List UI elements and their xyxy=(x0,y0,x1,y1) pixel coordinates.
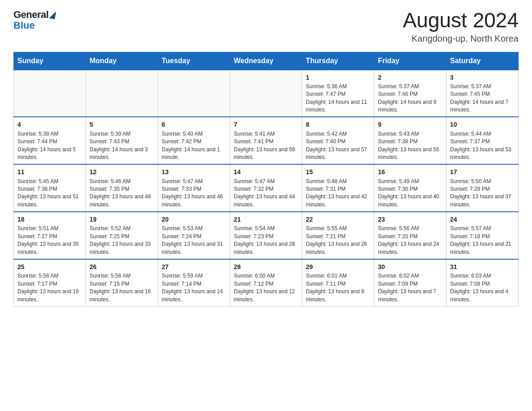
calendar-cell: 5Sunrise: 5:39 AM Sunset: 7:43 PM Daylig… xyxy=(86,117,158,164)
day-info: Sunrise: 5:58 AM Sunset: 7:17 PM Dayligh… xyxy=(17,272,82,304)
weekday-header-saturday: Saturday xyxy=(446,52,519,70)
weekday-header-row: SundayMondayTuesdayWednesdayThursdayFrid… xyxy=(14,52,519,70)
week-row-3: 11Sunrise: 5:45 AM Sunset: 7:36 PM Dayli… xyxy=(14,164,519,212)
calendar-cell: 24Sunrise: 5:57 AM Sunset: 7:18 PM Dayli… xyxy=(446,212,519,259)
day-number: 7 xyxy=(234,120,298,129)
day-number: 18 xyxy=(17,215,82,224)
day-number: 27 xyxy=(162,262,226,271)
day-number: 14 xyxy=(234,167,298,176)
calendar-cell: 30Sunrise: 6:02 AM Sunset: 7:09 PM Dayli… xyxy=(374,259,446,306)
day-number: 23 xyxy=(378,215,442,224)
calendar-cell: 15Sunrise: 5:48 AM Sunset: 7:31 PM Dayli… xyxy=(302,164,374,212)
day-info: Sunrise: 5:42 AM Sunset: 7:40 PM Dayligh… xyxy=(306,130,370,162)
location-subtitle: Kangdong-up, North Korea xyxy=(403,34,519,44)
day-info: Sunrise: 5:37 AM Sunset: 7:45 PM Dayligh… xyxy=(450,83,515,114)
title-block: August 2024 Kangdong-up, North Korea xyxy=(403,9,519,44)
day-number: 16 xyxy=(378,167,442,176)
week-row-4: 18Sunrise: 5:51 AM Sunset: 7:27 PM Dayli… xyxy=(14,212,519,259)
weekday-header-tuesday: Tuesday xyxy=(158,52,230,70)
day-info: Sunrise: 5:45 AM Sunset: 7:36 PM Dayligh… xyxy=(17,178,82,209)
calendar-table: SundayMondayTuesdayWednesdayThursdayFrid… xyxy=(13,52,519,307)
calendar-cell: 1Sunrise: 5:36 AM Sunset: 7:47 PM Daylig… xyxy=(302,70,374,117)
day-number: 8 xyxy=(306,120,370,129)
day-number: 26 xyxy=(90,262,154,271)
day-info: Sunrise: 5:55 AM Sunset: 7:21 PM Dayligh… xyxy=(306,225,370,256)
calendar-cell: 26Sunrise: 5:58 AM Sunset: 7:15 PM Dayli… xyxy=(86,259,158,306)
day-number: 20 xyxy=(162,215,226,224)
calendar-cell: 3Sunrise: 5:37 AM Sunset: 7:45 PM Daylig… xyxy=(446,70,519,117)
day-number: 21 xyxy=(234,215,298,224)
day-number: 29 xyxy=(306,262,370,271)
calendar-cell xyxy=(230,70,302,117)
day-info: Sunrise: 6:01 AM Sunset: 7:11 PM Dayligh… xyxy=(306,272,370,304)
day-info: Sunrise: 5:43 AM Sunset: 7:38 PM Dayligh… xyxy=(378,130,442,162)
day-number: 1 xyxy=(306,73,370,82)
calendar-cell: 12Sunrise: 5:46 AM Sunset: 7:35 PM Dayli… xyxy=(86,164,158,212)
day-info: Sunrise: 5:44 AM Sunset: 7:37 PM Dayligh… xyxy=(450,130,515,162)
day-number: 5 xyxy=(90,120,154,129)
day-number: 31 xyxy=(450,262,515,271)
day-info: Sunrise: 5:57 AM Sunset: 7:18 PM Dayligh… xyxy=(450,225,515,256)
day-info: Sunrise: 5:56 AM Sunset: 7:20 PM Dayligh… xyxy=(378,225,442,256)
day-info: Sunrise: 5:40 AM Sunset: 7:42 PM Dayligh… xyxy=(162,130,226,162)
calendar-cell: 18Sunrise: 5:51 AM Sunset: 7:27 PM Dayli… xyxy=(14,212,86,259)
day-number: 30 xyxy=(378,262,442,271)
calendar-cell: 27Sunrise: 5:59 AM Sunset: 7:14 PM Dayli… xyxy=(158,259,230,306)
day-info: Sunrise: 6:00 AM Sunset: 7:12 PM Dayligh… xyxy=(234,272,298,304)
day-number: 4 xyxy=(17,120,82,129)
day-number: 6 xyxy=(162,120,226,129)
calendar-cell: 8Sunrise: 5:42 AM Sunset: 7:40 PM Daylig… xyxy=(302,117,374,164)
day-info: Sunrise: 5:52 AM Sunset: 7:25 PM Dayligh… xyxy=(90,225,154,256)
day-info: Sunrise: 5:51 AM Sunset: 7:27 PM Dayligh… xyxy=(17,225,82,256)
day-number: 13 xyxy=(162,167,226,176)
calendar-cell: 9Sunrise: 5:43 AM Sunset: 7:38 PM Daylig… xyxy=(374,117,446,164)
day-info: Sunrise: 5:39 AM Sunset: 7:43 PM Dayligh… xyxy=(90,130,154,162)
logo: General Blue xyxy=(13,9,56,31)
calendar-cell xyxy=(14,70,86,117)
day-info: Sunrise: 5:47 AM Sunset: 7:33 PM Dayligh… xyxy=(162,178,226,209)
calendar-cell: 2Sunrise: 5:37 AM Sunset: 7:46 PM Daylig… xyxy=(374,70,446,117)
day-number: 19 xyxy=(90,215,154,224)
calendar-cell: 7Sunrise: 5:41 AM Sunset: 7:41 PM Daylig… xyxy=(230,117,302,164)
day-info: Sunrise: 5:58 AM Sunset: 7:15 PM Dayligh… xyxy=(90,272,154,304)
day-number: 3 xyxy=(450,73,515,82)
weekday-header-monday: Monday xyxy=(86,52,158,70)
day-info: Sunrise: 5:48 AM Sunset: 7:31 PM Dayligh… xyxy=(306,178,370,209)
day-info: Sunrise: 5:37 AM Sunset: 7:46 PM Dayligh… xyxy=(378,83,442,114)
month-year-title: August 2024 xyxy=(403,9,519,32)
day-info: Sunrise: 5:36 AM Sunset: 7:47 PM Dayligh… xyxy=(306,83,370,114)
day-number: 24 xyxy=(450,215,515,224)
weekday-header-wednesday: Wednesday xyxy=(230,52,302,70)
logo-general-text: General xyxy=(13,9,48,21)
calendar-cell xyxy=(158,70,230,117)
day-info: Sunrise: 5:49 AM Sunset: 7:30 PM Dayligh… xyxy=(378,178,442,209)
calendar-cell: 28Sunrise: 6:00 AM Sunset: 7:12 PM Dayli… xyxy=(230,259,302,306)
calendar-cell: 21Sunrise: 5:54 AM Sunset: 7:23 PM Dayli… xyxy=(230,212,302,259)
day-info: Sunrise: 5:54 AM Sunset: 7:23 PM Dayligh… xyxy=(234,225,298,256)
day-number: 2 xyxy=(378,73,442,82)
calendar-cell: 17Sunrise: 5:50 AM Sunset: 7:28 PM Dayli… xyxy=(446,164,519,212)
logo-triangle-icon xyxy=(49,10,56,19)
calendar-cell xyxy=(86,70,158,117)
day-info: Sunrise: 5:53 AM Sunset: 7:24 PM Dayligh… xyxy=(162,225,226,256)
calendar-cell: 14Sunrise: 5:47 AM Sunset: 7:32 PM Dayli… xyxy=(230,164,302,212)
day-number: 11 xyxy=(17,167,82,176)
calendar-cell: 20Sunrise: 5:53 AM Sunset: 7:24 PM Dayli… xyxy=(158,212,230,259)
day-info: Sunrise: 5:50 AM Sunset: 7:28 PM Dayligh… xyxy=(450,178,515,209)
day-number: 28 xyxy=(234,262,298,271)
weekday-header-friday: Friday xyxy=(374,52,446,70)
calendar-cell: 31Sunrise: 6:03 AM Sunset: 7:08 PM Dayli… xyxy=(446,259,519,306)
calendar-cell: 13Sunrise: 5:47 AM Sunset: 7:33 PM Dayli… xyxy=(158,164,230,212)
day-info: Sunrise: 5:47 AM Sunset: 7:32 PM Dayligh… xyxy=(234,178,298,209)
day-number: 15 xyxy=(306,167,370,176)
logo-blue-text: Blue xyxy=(13,20,35,31)
day-info: Sunrise: 5:46 AM Sunset: 7:35 PM Dayligh… xyxy=(90,178,154,209)
calendar-cell: 11Sunrise: 5:45 AM Sunset: 7:36 PM Dayli… xyxy=(14,164,86,212)
day-info: Sunrise: 6:02 AM Sunset: 7:09 PM Dayligh… xyxy=(378,272,442,304)
day-number: 10 xyxy=(450,120,515,129)
day-number: 17 xyxy=(450,167,515,176)
weekday-header-thursday: Thursday xyxy=(302,52,374,70)
day-number: 22 xyxy=(306,215,370,224)
calendar-cell: 23Sunrise: 5:56 AM Sunset: 7:20 PM Dayli… xyxy=(374,212,446,259)
calendar-cell: 6Sunrise: 5:40 AM Sunset: 7:42 PM Daylig… xyxy=(158,117,230,164)
